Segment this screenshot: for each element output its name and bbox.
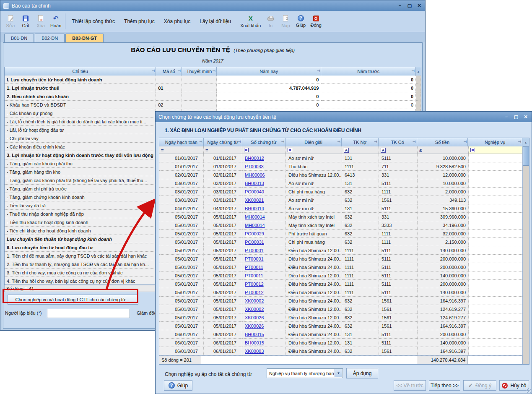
- document-link[interactable]: MH00014: [245, 214, 265, 219]
- column-header-dien-giai[interactable]: Diễn giải⊣: [285, 138, 342, 146]
- alpha-filter-icon[interactable]: A: [344, 148, 349, 153]
- document-link[interactable]: MH00006: [245, 172, 265, 177]
- text-filter-icon[interactable]: [470, 148, 475, 152]
- alpha-filter-icon[interactable]: A: [381, 148, 386, 153]
- document-cell[interactable]: [469, 339, 523, 347]
- vertical-scrollbar[interactable]: [522, 146, 529, 364]
- pin-icon[interactable]: ⊣: [238, 140, 241, 144]
- document-cell[interactable]: [469, 162, 523, 171]
- scroll-up-icon[interactable]: ▲: [416, 67, 421, 76]
- minimize-icon[interactable]: –: [397, 3, 403, 8]
- document-link[interactable]: BH00015: [245, 340, 264, 345]
- dialog-close-icon[interactable]: ✕: [523, 114, 529, 120]
- document-cell[interactable]: [469, 171, 523, 179]
- column-header-thuyet-minh[interactable]: Thuyết minh⊣: [182, 67, 217, 76]
- pin-icon[interactable]: ⊣: [518, 140, 521, 144]
- document-link[interactable]: PC00040: [245, 189, 264, 194]
- document-link[interactable]: PT00011: [245, 265, 263, 270]
- pin-icon[interactable]: ⊣: [212, 69, 215, 73]
- document-link[interactable]: BH00015: [245, 332, 264, 337]
- document-row[interactable]: 05/01/201705/01/2017PT00012Điều hòa Shim…: [159, 288, 529, 297]
- document-link[interactable]: XK00026: [245, 324, 264, 329]
- pin-icon[interactable]: ⊣: [199, 140, 202, 144]
- document-link[interactable]: PC00031: [245, 240, 264, 245]
- report-row[interactable]: - Khấu hao TSCĐ và BĐSĐT0200: [5, 101, 421, 109]
- document-row[interactable]: 06/01/201706/01/2017BH00015Điều hòa Shim…: [159, 330, 529, 339]
- document-cell[interactable]: [469, 305, 523, 313]
- pin-icon[interactable]: ⊣: [317, 69, 320, 73]
- document-cell[interactable]: [469, 263, 523, 271]
- document-row[interactable]: 02/01/201702/01/2017MH00006Điều hòa Shim…: [159, 171, 529, 179]
- document-cell[interactable]: [469, 280, 523, 288]
- report-row[interactable]: 1. Lợi nhuận trước thuế014.787.044.9190: [5, 84, 421, 92]
- box-filter-cell[interactable]: [242, 146, 286, 154]
- pin-icon[interactable]: ⊣: [337, 140, 340, 144]
- report-scroll-track[interactable]: [416, 92, 421, 101]
- scroll-up-icon[interactable]: ▲: [522, 138, 529, 146]
- document-cell[interactable]: [469, 297, 523, 305]
- undo-button[interactable]: ↶ Hoàn: [48, 12, 63, 31]
- document-cell[interactable]: [469, 179, 523, 188]
- alpha-filter-cell[interactable]: A: [379, 146, 418, 154]
- lte-filter-icon[interactable]: ≤: [418, 146, 469, 154]
- column-header-nam-truoc[interactable]: Năm trước⊣: [321, 67, 416, 76]
- equals-filter-icon[interactable]: =: [159, 146, 204, 154]
- document-row[interactable]: 05/01/201705/01/2017PT00001Điều hòa Shim…: [159, 246, 529, 255]
- document-cell[interactable]: [469, 313, 523, 322]
- column-header-nam-nay[interactable]: Năm nay⊣: [217, 67, 322, 76]
- box-filter-cell[interactable]: [469, 146, 523, 154]
- document-cell[interactable]: [469, 188, 523, 196]
- dialog-minimize-icon[interactable]: –: [503, 114, 509, 120]
- box-filter-cell[interactable]: [286, 146, 342, 154]
- document-row[interactable]: 01/01/201701/01/2017BH00012Áo sơ mi nữ13…: [159, 154, 529, 162]
- document-row[interactable]: 03/01/201703/01/2017BH00013Áo sơ mi nữ13…: [159, 179, 529, 188]
- chevron-down-icon[interactable]: ▼: [335, 369, 342, 377]
- document-link[interactable]: XK00002: [245, 298, 264, 303]
- document-link[interactable]: PT00001: [245, 248, 264, 253]
- document-link[interactable]: PT00033: [245, 164, 264, 169]
- document-cell[interactable]: [469, 347, 523, 355]
- document-row[interactable]: 06/01/201706/01/2017XK00003Điều hòa Shim…: [159, 347, 529, 355]
- print-button[interactable]: In: [263, 12, 278, 31]
- document-cell[interactable]: [469, 196, 523, 204]
- document-cell[interactable]: [469, 322, 523, 330]
- delete-button[interactable]: Xóa: [33, 12, 48, 31]
- column-header-so-tien[interactable]: Số tiền⊣: [417, 138, 468, 146]
- pin-icon[interactable]: ⊣: [177, 69, 181, 73]
- document-cell[interactable]: [469, 238, 523, 246]
- operation-combobox[interactable]: Nghiệp vụ thanh lý nhượng bán ▼: [267, 368, 343, 378]
- preparer-input[interactable]: [47, 309, 130, 318]
- equals-filter-icon[interactable]: =: [204, 146, 242, 154]
- column-header-tk-no[interactable]: TK Nợ⊣: [342, 138, 379, 146]
- document-row[interactable]: 05/01/201705/01/2017MH00014Máy tính xách…: [159, 221, 529, 230]
- column-header-chi-tieu[interactable]: Chỉ tiêu⊣: [5, 67, 156, 76]
- load-button[interactable]: Nạp: [278, 12, 293, 31]
- document-row[interactable]: 05/01/201705/01/2017PC00031Chi phí mua h…: [159, 238, 529, 246]
- document-row[interactable]: 05/01/201705/01/2017PT00012Điều hòa Shim…: [159, 280, 529, 288]
- document-row[interactable]: 05/01/201705/01/2017XK00026Điều hòa Shim…: [159, 322, 529, 330]
- next-button[interactable]: Tiếp theo >>: [429, 380, 460, 391]
- document-row[interactable]: 05/01/201705/01/2017XK00026Điều hòa Shim…: [159, 313, 529, 322]
- report-scroll-track[interactable]: [416, 84, 421, 92]
- document-link[interactable]: BH00013: [245, 181, 264, 186]
- close-app-button[interactable]: O Đóng: [308, 12, 323, 31]
- pin-icon[interactable]: ⊣: [374, 140, 377, 144]
- document-row[interactable]: 05/01/201705/01/2017PT00001Điều hòa Shim…: [159, 255, 529, 263]
- document-link[interactable]: XK00021: [245, 198, 264, 203]
- previous-button[interactable]: << Về trước: [394, 380, 426, 391]
- report-row[interactable]: 2. Điều chỉnh cho các khoản00: [5, 92, 421, 101]
- document-link[interactable]: BH00014: [245, 206, 264, 211]
- column-header-ngay-hach-toan[interactable]: Ngày hạch toán⊣: [159, 138, 204, 146]
- resize-grip[interactable]: [526, 388, 531, 393]
- document-link[interactable]: PT00012: [245, 282, 264, 287]
- reload-data-button[interactable]: Lấy lại dữ liệu: [195, 12, 236, 31]
- document-cell[interactable]: [469, 246, 523, 255]
- document-cell[interactable]: [469, 330, 523, 339]
- setup-formula-button[interactable]: Thiết lập công thức: [67, 12, 119, 31]
- document-row[interactable]: 05/01/201705/01/2017XK00002Điều hòa Shim…: [159, 297, 529, 305]
- pin-icon[interactable]: ⊣: [281, 140, 284, 144]
- report-scroll-track[interactable]: [416, 76, 421, 84]
- document-row[interactable]: 03/01/201703/01/2017XK00021Áo sơ mi nữ63…: [159, 196, 529, 204]
- maximize-icon[interactable]: ▢: [407, 3, 413, 8]
- report-scroll-track[interactable]: [416, 101, 421, 109]
